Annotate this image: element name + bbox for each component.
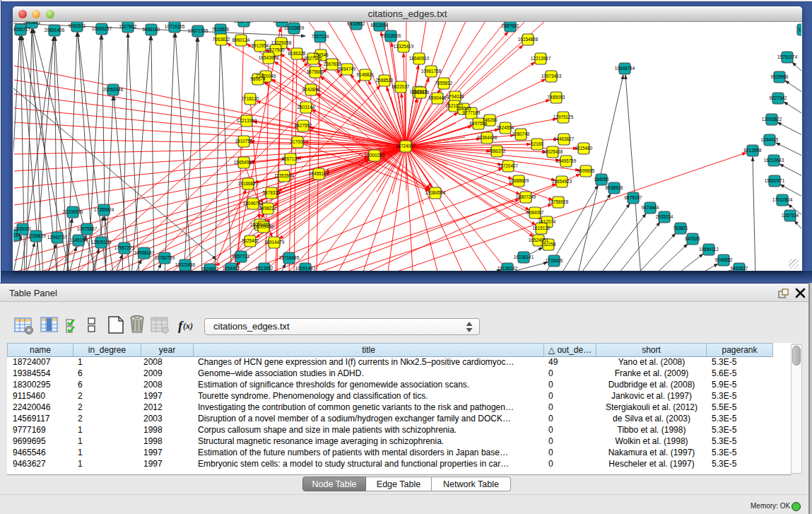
svg-text:12975125: 12975125 xyxy=(553,115,574,119)
svg-text:989674: 989674 xyxy=(250,76,266,81)
svg-text:9084067: 9084067 xyxy=(526,210,544,215)
svg-text:763821: 763821 xyxy=(673,226,688,230)
svg-text:9062611: 9062611 xyxy=(69,23,86,28)
svg-text:6466160: 6466160 xyxy=(143,27,160,32)
svg-text:16099490: 16099490 xyxy=(254,224,274,229)
svg-text:10688609: 10688609 xyxy=(509,178,529,183)
svg-text:2718120: 2718120 xyxy=(242,96,259,101)
svg-text:10654112: 10654112 xyxy=(699,247,719,252)
svg-text:15751074: 15751074 xyxy=(777,54,798,59)
svg-text:9324502: 9324502 xyxy=(201,267,219,271)
svg-text:847626: 847626 xyxy=(685,236,700,241)
svg-text:10958187: 10958187 xyxy=(134,250,155,255)
svg-text:1145194: 1145194 xyxy=(70,238,88,243)
svg-text:9329966: 9329966 xyxy=(771,74,789,79)
svg-text:9115460: 9115460 xyxy=(575,146,593,151)
svg-text:12023486: 12023486 xyxy=(175,262,196,267)
svg-text:9227342: 9227342 xyxy=(770,95,787,100)
svg-text:10091447: 10091447 xyxy=(295,266,316,271)
svg-text:18640910: 18640910 xyxy=(409,56,430,61)
svg-text:16914479: 16914479 xyxy=(264,240,285,245)
svg-text:15455104: 15455104 xyxy=(309,171,329,176)
svg-text:16210643: 16210643 xyxy=(764,158,784,163)
svg-text:19384554: 19384554 xyxy=(425,190,446,195)
svg-text:10648784: 10648784 xyxy=(615,66,635,71)
svg-text:16136141: 16136141 xyxy=(514,255,534,259)
svg-text:8813904: 8813904 xyxy=(273,22,291,23)
svg-text:19654983: 19654983 xyxy=(234,160,254,165)
svg-text:13226058: 13226058 xyxy=(271,40,292,45)
svg-text:2887682: 2887682 xyxy=(502,23,519,28)
svg-text:18807249: 18807249 xyxy=(516,194,536,199)
svg-text:16136142: 16136142 xyxy=(498,266,518,271)
svg-text:9463627: 9463627 xyxy=(731,266,748,271)
svg-text:20206536: 20206536 xyxy=(63,209,83,214)
svg-text:1244415: 1244415 xyxy=(761,137,779,142)
svg-text:3824554: 3824554 xyxy=(497,125,514,130)
svg-text:8813054: 8813054 xyxy=(371,23,389,28)
svg-text:8267130: 8267130 xyxy=(282,156,300,161)
svg-text:1362616: 1362616 xyxy=(412,90,430,95)
svg-text:16782759: 16782759 xyxy=(155,255,175,260)
svg-text:8990448: 8990448 xyxy=(429,95,447,100)
svg-text:11353594: 11353594 xyxy=(274,173,294,178)
svg-text:8960124: 8960124 xyxy=(233,37,250,42)
svg-text:10975867: 10975867 xyxy=(77,226,98,231)
svg-text:17359924: 17359924 xyxy=(94,207,114,212)
svg-text:20053346: 20053346 xyxy=(103,87,124,92)
svg-text:12213967: 12213967 xyxy=(531,56,551,61)
svg-text:8186328: 8186328 xyxy=(288,51,306,56)
svg-text:14463627: 14463627 xyxy=(554,136,575,141)
svg-text:15692971: 15692971 xyxy=(765,178,785,183)
svg-text:9699695: 9699695 xyxy=(577,168,595,173)
svg-text:7663822: 7663822 xyxy=(213,37,230,42)
svg-text:16543952: 16543952 xyxy=(259,55,279,60)
svg-text:1810755: 1810755 xyxy=(235,139,253,144)
svg-text:52160: 52160 xyxy=(531,141,543,146)
svg-text:15300293: 15300293 xyxy=(365,153,385,158)
svg-text:12505135: 12505135 xyxy=(91,240,112,245)
svg-text:9242848: 9242848 xyxy=(302,87,320,92)
svg-text:9633902: 9633902 xyxy=(348,22,365,26)
svg-text:2803144: 2803144 xyxy=(298,105,315,110)
svg-text:15720407: 15720407 xyxy=(498,163,519,168)
svg-text:19654923: 19654923 xyxy=(552,179,572,184)
svg-text:1615132: 1615132 xyxy=(533,226,551,230)
svg-text:7485093: 7485093 xyxy=(548,95,565,100)
svg-text:17010504: 17010504 xyxy=(772,197,793,202)
svg-text:8822037: 8822037 xyxy=(392,84,410,89)
svg-text:18724007: 18724007 xyxy=(396,144,416,148)
svg-text:19166827: 19166827 xyxy=(238,181,259,186)
svg-text:9777169: 9777169 xyxy=(463,110,481,115)
svg-text:746266: 746266 xyxy=(482,117,498,122)
svg-text:9474444: 9474444 xyxy=(642,205,659,210)
svg-text:7886372: 7886372 xyxy=(488,148,506,153)
svg-text:9146821: 9146821 xyxy=(357,72,375,77)
svg-text:317006: 317006 xyxy=(290,139,305,144)
svg-text:2588520: 2588520 xyxy=(376,78,394,83)
svg-text:3498222: 3498222 xyxy=(259,206,277,211)
svg-text:10961758: 10961758 xyxy=(421,69,442,74)
svg-text:2367608: 2367608 xyxy=(324,62,341,66)
svg-text:15716485: 15716485 xyxy=(279,255,300,260)
svg-text:1995801: 1995801 xyxy=(23,22,41,25)
svg-text:1612074: 1612074 xyxy=(539,219,556,224)
svg-text:8213958: 8213958 xyxy=(744,148,762,153)
svg-text:1167534: 1167534 xyxy=(782,213,799,218)
svg-text:252254: 252254 xyxy=(541,242,556,247)
svg-text:9327500: 9327500 xyxy=(267,47,285,52)
svg-text:3875685: 3875685 xyxy=(307,69,324,74)
svg-text:20691406: 20691406 xyxy=(45,28,65,33)
svg-text:2935114: 2935114 xyxy=(656,214,673,219)
svg-text:14055717: 14055717 xyxy=(13,27,31,32)
svg-text:7254402: 7254402 xyxy=(223,266,240,271)
svg-text:5878335: 5878335 xyxy=(263,190,281,195)
svg-text:10756928: 10756928 xyxy=(548,199,569,204)
svg-text:20364436: 20364436 xyxy=(477,135,498,140)
svg-text:18337127: 18337127 xyxy=(234,22,254,23)
svg-text:16033809: 16033809 xyxy=(284,25,305,30)
svg-text:(x): (x) xyxy=(183,321,193,331)
svg-text:17957273: 17957273 xyxy=(114,245,135,250)
svg-text:6879197: 6879197 xyxy=(625,195,642,200)
svg-text:10973493: 10973493 xyxy=(541,74,562,78)
